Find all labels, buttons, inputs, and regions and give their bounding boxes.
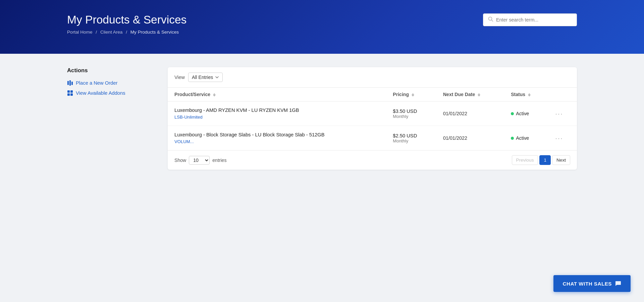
view-label: View (174, 75, 185, 80)
product-sub-0[interactable]: LSB-Unlimited (174, 115, 203, 120)
page-1-button[interactable]: 1 (539, 155, 551, 165)
pricing-amount-1: $2.50 USD (393, 133, 430, 138)
svg-line-1 (492, 20, 493, 21)
cell-status-1: Active (504, 126, 548, 150)
status-label-1: Active (516, 135, 529, 141)
breadcrumb-current: My Products & Services (130, 30, 179, 35)
cell-due-date-1: 01/01/2022 (436, 126, 504, 150)
status-dot-1 (511, 137, 514, 140)
cell-pricing-0: $3.50 USD Monthly (386, 101, 436, 126)
products-table: Product/Service Pricing Next Due Date St… (168, 88, 577, 150)
sort-icon-status[interactable] (528, 93, 531, 96)
product-name-0: Luxembourg - AMD RYZEN KVM - LU RYZEN KV… (174, 107, 379, 113)
col-due-date: Next Due Date (436, 88, 504, 101)
svg-rect-5 (67, 90, 70, 93)
breadcrumb-sep-1: / (96, 30, 97, 35)
pagination: Previous 1 Next (512, 155, 570, 165)
pricing-period-0: Monthly (393, 114, 430, 119)
cell-product-1: Luxembourg - Block Storage Slabs - LU Bl… (168, 126, 386, 150)
breadcrumb-client[interactable]: Client Area (100, 30, 123, 35)
product-name-1: Luxembourg - Block Storage Slabs - LU Bl… (174, 132, 379, 137)
search-box[interactable] (483, 13, 577, 26)
view-option-label: All Entries (192, 75, 213, 80)
table-row: Luxembourg - Block Storage Slabs - LU Bl… (168, 126, 577, 150)
search-input[interactable] (496, 17, 572, 23)
svg-rect-6 (70, 90, 73, 93)
search-icon (488, 16, 493, 23)
product-sub-1[interactable]: VOLUM... (174, 139, 194, 144)
col-status: Status (504, 88, 548, 101)
page-header: My Products & Services Portal Home / Cli… (0, 0, 644, 54)
chat-with-sales-button[interactable]: CHAT WITH SALES (553, 275, 631, 292)
breadcrumb-sep-2: / (126, 30, 127, 35)
breadcrumb-portal[interactable]: Portal Home (67, 30, 93, 35)
pricing-period-1: Monthly (393, 138, 430, 143)
breadcrumb: Portal Home / Client Area / My Products … (67, 30, 577, 35)
sidebar: Actions Place a New Order View Available… (67, 67, 154, 100)
col-pricing: Pricing (386, 88, 436, 101)
table-row: Luxembourg - AMD RYZEN KVM - LU RYZEN KV… (168, 101, 577, 126)
col-product: Product/Service (168, 88, 386, 101)
sort-icon-product[interactable] (213, 93, 216, 96)
table-header-row: Product/Service Pricing Next Due Date St… (168, 88, 577, 101)
table-header-bar: View All Entries (168, 67, 577, 88)
addons-icon (67, 90, 73, 96)
next-button[interactable]: Next (552, 155, 570, 165)
sidebar-link-view-addons[interactable]: View Available Addons (67, 90, 154, 96)
svg-rect-3 (69, 80, 71, 86)
cell-pricing-1: $2.50 USD Monthly (386, 126, 436, 150)
entries-label: entries (212, 158, 226, 163)
status-dot-0 (511, 112, 514, 115)
table-footer: Show 10 25 50 100 entries Previous 1 Nex… (168, 150, 577, 170)
svg-rect-7 (67, 93, 70, 96)
sidebar-link-place-order[interactable]: Place a New Order (67, 80, 154, 86)
status-label-0: Active (516, 111, 529, 116)
chat-button-label: CHAT WITH SALES (563, 281, 612, 287)
cell-actions-1[interactable]: ··· (548, 126, 577, 150)
cell-product-0: Luxembourg - AMD RYZEN KVM - LU RYZEN KV… (168, 101, 386, 126)
svg-rect-4 (71, 82, 73, 85)
cell-due-date-0: 01/01/2022 (436, 101, 504, 126)
svg-rect-2 (67, 81, 69, 85)
view-select[interactable]: All Entries (188, 73, 223, 82)
row-action-menu-0[interactable]: ··· (555, 110, 563, 117)
main-content: Actions Place a New Order View Available… (0, 54, 644, 183)
show-entries: Show 10 25 50 100 entries (174, 156, 226, 165)
products-table-card: View All Entries Product/Service Pricing (168, 67, 577, 170)
sort-icon-pricing[interactable] (412, 93, 414, 96)
prev-button[interactable]: Previous (512, 155, 538, 165)
cart-icon (67, 80, 73, 86)
cell-actions-0[interactable]: ··· (548, 101, 577, 126)
chat-icon (615, 281, 621, 287)
sort-icon-due-date[interactable] (478, 93, 480, 96)
cell-status-0: Active (504, 101, 548, 126)
show-label: Show (174, 158, 186, 163)
entries-select[interactable]: 10 25 50 100 (189, 156, 210, 165)
chevron-down-icon (215, 75, 219, 79)
col-actions-header (548, 88, 577, 101)
svg-rect-8 (70, 93, 73, 96)
pricing-amount-0: $3.50 USD (393, 109, 430, 114)
sidebar-title: Actions (67, 67, 154, 74)
row-action-menu-1[interactable]: ··· (555, 134, 563, 142)
